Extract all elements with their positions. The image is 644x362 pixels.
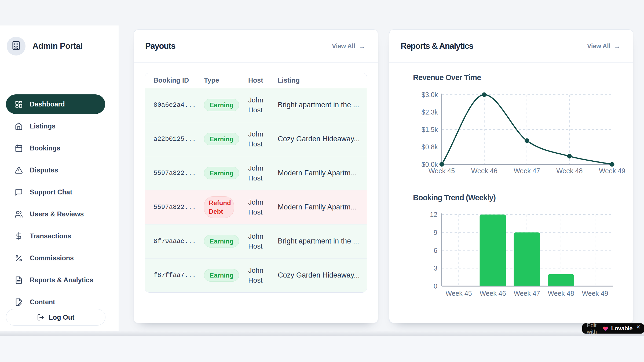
alert-triangle-icon — [15, 166, 23, 174]
svg-text:Week 45: Week 45 — [445, 290, 472, 297]
sidebar-item-dashboard[interactable]: Dashboard — [6, 94, 105, 114]
view-all-label: View All — [587, 43, 610, 50]
svg-text:Week 46: Week 46 — [480, 290, 506, 297]
sidebar-item-transactions[interactable]: Transactions — [6, 226, 105, 246]
users-icon — [15, 210, 23, 218]
sidebar-item-bookings[interactable]: Bookings — [6, 138, 105, 158]
sidebar-item-label: Disputes — [30, 166, 58, 174]
listing-cell: Modern Family Apartm... — [271, 156, 367, 190]
booking-id-cell: f87ffaa7... — [145, 258, 196, 292]
edit-with-lovable-badge[interactable]: Edit with Lovable ✕ — [582, 323, 644, 334]
logout-button[interactable]: Log Out — [6, 309, 105, 326]
type-badge-earning: Earning — [204, 99, 239, 111]
listing-cell: Cozy Garden Hideaway... — [271, 122, 367, 156]
listing-cell: Modern Family Apartm... — [271, 190, 367, 224]
svg-text:Week 45: Week 45 — [429, 167, 455, 175]
arrow-right-icon: → — [614, 43, 621, 50]
sidebar-item-label: Support Chat — [30, 188, 72, 196]
svg-text:$0.8k: $0.8k — [422, 143, 438, 151]
calendar-icon — [15, 144, 23, 152]
booking-id-cell: 5597a822... — [145, 190, 196, 224]
arrow-right-icon: → — [358, 43, 365, 50]
sidebar-nav: DashboardListingsBookingsDisputesSupport… — [6, 94, 105, 314]
sidebar-item-label: Content — [30, 298, 55, 306]
reports-view-all-link[interactable]: View All → — [587, 43, 621, 50]
booking-bar-chart: 036912Week 45Week 46Week 47Week 48Week 4… — [416, 210, 620, 298]
booking-id-cell: 8f79aaae... — [145, 224, 196, 258]
type-badge-earning: Earning — [204, 235, 239, 248]
booking-chart-title: Booking Trend (Weekly) — [413, 193, 496, 202]
sidebar-item-listings[interactable]: Listings — [6, 116, 105, 136]
svg-text:Week 49: Week 49 — [599, 167, 625, 175]
host-cell: John Host — [241, 122, 271, 156]
svg-text:0: 0 — [434, 282, 437, 290]
content-bottom-shadow — [0, 331, 644, 336]
svg-text:$3.0k: $3.0k — [422, 91, 438, 98]
type-cell: Earning — [196, 122, 241, 156]
host-cell: John Host — [241, 156, 271, 190]
message-square-icon — [15, 188, 23, 196]
type-badge-earning: Earning — [204, 269, 239, 282]
sidebar-item-reports-analytics[interactable]: Reports & Analytics — [6, 270, 105, 290]
home-icon — [15, 122, 23, 130]
listing-cell: Bright apartment in the ... — [271, 88, 367, 122]
column-header-type: Type — [196, 73, 241, 88]
building-icon — [11, 41, 21, 51]
host-cell: John Host — [241, 88, 271, 122]
sidebar-item-label: Bookings — [30, 144, 60, 152]
sidebar-item-label: Reports & Analytics — [30, 276, 93, 284]
file-text-icon — [15, 276, 23, 284]
sidebar-item-support-chat[interactable]: Support Chat — [6, 182, 105, 202]
sidebar: Admin Portal DashboardListingsBookingsDi… — [0, 25, 119, 336]
app-title: Admin Portal — [32, 41, 83, 51]
svg-text:Week 47: Week 47 — [514, 290, 540, 297]
type-badge-refund: Refund Debt — [204, 196, 234, 218]
sidebar-item-label: Transactions — [30, 232, 71, 240]
svg-text:Week 48: Week 48 — [556, 167, 583, 175]
reports-card: Reports & Analytics View All → Revenue O… — [389, 29, 633, 323]
svg-text:Week 46: Week 46 — [471, 167, 497, 175]
type-badge-earning: Earning — [204, 133, 239, 145]
sidebar-item-disputes[interactable]: Disputes — [6, 160, 105, 180]
type-cell: Earning — [196, 156, 241, 190]
svg-text:6: 6 — [434, 247, 437, 254]
sidebar-item-users-reviews[interactable]: Users & Reviews — [6, 204, 105, 224]
revenue-chart-title: Revenue Over Time — [413, 73, 481, 82]
table-row: f87ffaa7...EarningJohn HostCozy Garden H… — [145, 258, 367, 292]
sidebar-item-commissions[interactable]: Commissions — [6, 248, 105, 268]
column-header-listing: Listing — [271, 73, 367, 88]
view-all-label: View All — [332, 43, 355, 50]
table-row: 5597a822...Refund DebtJohn HostModern Fa… — [145, 190, 367, 224]
sidebar-item-label: Listings — [30, 122, 56, 130]
table-row: 8f79aaae...EarningJohn HostBright apartm… — [145, 224, 367, 258]
type-cell: Refund Debt — [196, 190, 241, 224]
payouts-table: Booking IDTypeHostListing 80a6e2a4...Ear… — [145, 73, 367, 292]
host-cell: John Host — [241, 258, 271, 292]
dollar-icon — [15, 232, 23, 240]
svg-text:Week 48: Week 48 — [548, 290, 574, 297]
type-cell: Earning — [196, 258, 241, 292]
close-icon[interactable]: ✕ — [636, 324, 641, 330]
file-pen-icon — [15, 298, 23, 306]
host-cell: John Host — [241, 224, 271, 258]
column-header-booking-id: Booking ID — [145, 73, 196, 88]
payouts-card: Payouts View All → Booking IDTypeHostLis… — [134, 29, 378, 323]
sidebar-item-label: Users & Reviews — [30, 210, 84, 218]
lovable-prefix-label: Edit with — [587, 322, 600, 335]
table-row: 5597a822...EarningJohn HostModern Family… — [145, 156, 367, 190]
dashboard-icon — [15, 100, 23, 108]
svg-text:$2.3k: $2.3k — [422, 108, 438, 116]
type-cell: Earning — [196, 224, 241, 258]
payouts-title: Payouts — [145, 41, 175, 51]
column-header-host: Host — [241, 73, 271, 88]
listing-cell: Cozy Garden Hideaway... — [271, 258, 367, 292]
payouts-view-all-link[interactable]: View All → — [332, 43, 365, 50]
lovable-heart-icon — [603, 326, 609, 331]
booking-id-cell: 5597a822... — [145, 156, 196, 190]
svg-text:Week 47: Week 47 — [514, 167, 540, 175]
logout-icon — [37, 314, 44, 321]
sidebar-item-label: Commissions — [30, 254, 74, 262]
svg-text:9: 9 — [434, 229, 437, 236]
percent-icon — [15, 254, 23, 262]
table-header-row: Booking IDTypeHostListing — [145, 73, 367, 88]
